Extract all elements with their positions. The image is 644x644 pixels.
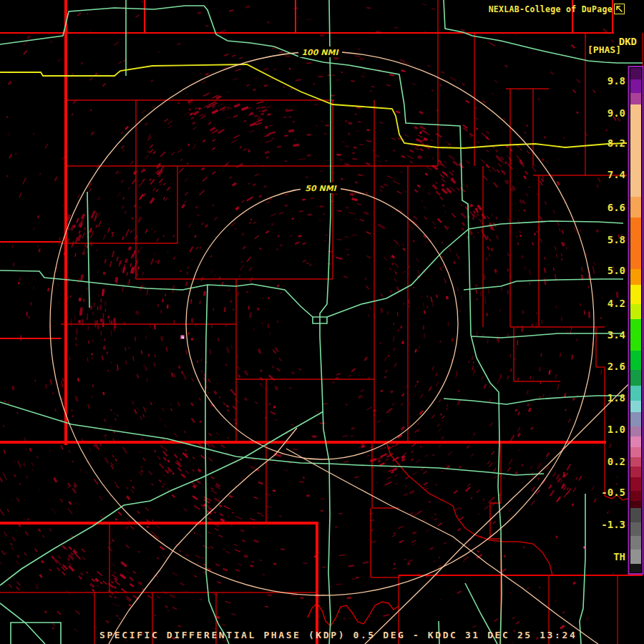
- colorbar-tick-label: -0.5: [601, 487, 625, 498]
- colorbar-tick-label: 5.8: [608, 234, 625, 245]
- colorbar-tick-label: 7.4: [608, 169, 625, 180]
- colorbar-tick-label: 9.0: [608, 107, 625, 119]
- status-bar-text: SPECIFIC DIFFERENTIAL PHASE (KDP) 0.5 DE…: [99, 630, 577, 640]
- color-scale-bar: [629, 67, 643, 574]
- colorbar-tick-label: 1.0: [608, 424, 625, 435]
- colorbar-tick-label: -1.3: [601, 519, 625, 530]
- colorbar-tick-label: 9.8: [608, 75, 625, 87]
- colorbar-tick-label: 3.4: [608, 329, 625, 341]
- product-id-label: DKD: [619, 36, 637, 47]
- radar-display: 50 NMI 100 NMI 9.89.08.27.46.65.85.04.23…: [0, 0, 644, 644]
- colorbar-tick-label: 8.2: [608, 137, 625, 149]
- ring-label-100nmi: 100 NMI: [301, 48, 339, 57]
- radar-echo-speckles: [0, 1, 622, 643]
- colorbar-tick-label: 6.6: [608, 202, 625, 213]
- radar-map: 50 NMI 100 NMI 9.89.08.27.46.65.85.04.23…: [0, 0, 644, 644]
- colorbar-tick-label: 0.2: [608, 456, 625, 467]
- colorbar-tick-label: 5.0: [608, 265, 625, 276]
- colorbar-tick-label: TH: [613, 551, 625, 562]
- site-title: NEXLAB-College of DuPage: [489, 4, 613, 14]
- colorbar-tick-label: 4.2: [608, 298, 625, 309]
- external-link-icon[interactable]: [614, 4, 625, 14]
- colorbar-tick-label: 1.8: [608, 392, 625, 404]
- colorbar-tick-label: 2.6: [608, 361, 625, 372]
- color-scale-labels: 9.89.08.27.46.65.85.04.23.42.61.81.00.2-…: [601, 75, 625, 562]
- product-units-label: [PHAS]: [587, 44, 621, 55]
- ring-label-50nmi: 50 NMI: [305, 184, 337, 193]
